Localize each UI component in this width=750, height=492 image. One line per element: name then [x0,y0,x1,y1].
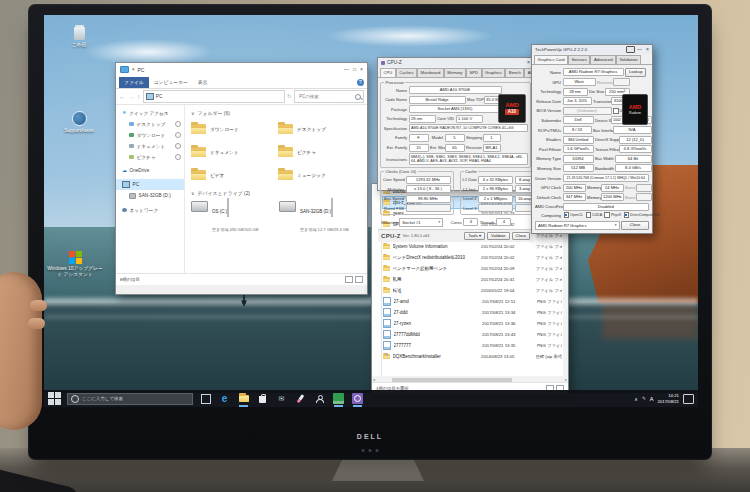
people-button[interactable] [313,392,326,406]
file-row[interactable]: 私用2017/02/24 20:41ファイル フォルダー [383,274,562,285]
tab-mainboard[interactable]: Mainboard [417,68,444,77]
folder-tile-videos[interactable]: ビデオ [191,165,274,185]
mail-button[interactable]: ✉ [275,392,288,406]
file-row[interactable]: DQXBenchmarkInstaller2014/08/23 13:05圧縮 … [383,351,562,362]
tools-button[interactable]: Tools ▾ [464,232,485,241]
tab-sensors[interactable]: Sensors [568,55,590,64]
tab-bench[interactable]: Bench [505,68,524,77]
socket-select[interactable]: Socket #1▾ [399,218,443,227]
close-icon[interactable]: × [646,45,649,54]
close-button[interactable]: Close [512,232,530,241]
show-hidden-icons[interactable]: ∧ [634,396,638,402]
sidebar-item-pictures[interactable]: ピクチャ [116,151,184,162]
view-thumbnails-icon[interactable] [355,276,363,283]
minimize-icon[interactable]: — [344,65,349,74]
tab-cpu[interactable]: CPU [380,68,396,77]
desktop-icon-supportassist[interactable]: SupportAssist [50,111,108,134]
tab-computer[interactable]: コンピューター [149,77,193,88]
folder-tile-documents[interactable]: ドキュメント [191,142,274,162]
ime-indicator[interactable]: A [650,396,654,402]
system-tray: ∧ ✎ A 14:21 2017/08/21 [634,393,694,403]
minimize-icon[interactable]: — [637,45,642,54]
pen-tray-icon[interactable]: ✎ [642,396,646,401]
screenshot-camera-icon[interactable] [626,46,635,53]
folder-tile-downloads[interactable]: ダウンロード [191,119,274,139]
quick-access-toolbar-icon[interactable] [120,66,129,74]
file-explorer-button[interactable] [237,392,250,406]
sidebar-item-desktop[interactable]: デスクトップ [116,118,184,129]
desktop-icon-recycle-bin[interactable]: ごみ箱 [50,27,108,48]
maximize-icon[interactable]: □ [353,65,356,74]
gpu-select[interactable]: AMD Radeon R7 Graphics▾ [535,221,620,230]
lookup-button[interactable]: Lookup [625,68,646,77]
uefi-checkbox[interactable] [613,108,619,114]
cpuz-taskbar-button[interactable] [332,392,345,406]
up-icon[interactable]: ↑ [137,92,140,101]
drive-tile-c[interactable]: OS (C:) 空き領域 490 GB/505 GB [191,199,273,235]
desktop-icon-win10-upgrade[interactable]: Windows 10アップグレード アシスタント [46,251,104,277]
scrollbar-thumb[interactable] [392,378,512,382]
sidebar-item-quick-access[interactable]: ★ クイック アクセス [116,107,184,118]
file-row[interactable]: ベンチマーク起動用ベンチ2017/02/24 20:09ファイル フォルダー [383,263,562,274]
qat-dropdown-icon[interactable]: ▾ [132,67,135,72]
file-row[interactable]: 27777772017/08/21 13:35PNG ファイル [383,340,562,351]
file-row[interactable]: 27-ddd2017/08/21 13:34PNG ファイル [383,307,562,318]
sidebar-item-downloads[interactable]: ダウンロード [116,129,184,140]
tab-view[interactable]: 表示 [193,77,213,88]
folder-tile-desktop[interactable]: デスクトップ [278,119,361,139]
gpuz-taskbar-button[interactable] [351,392,364,406]
close-icon[interactable]: × [360,65,363,74]
folder-tile-pictures[interactable]: ピクチャ [278,142,361,162]
sidebar-item-documents[interactable]: ドキュメント [116,140,184,151]
help-icon[interactable]: ? [357,79,364,86]
recycle-bin-icon [74,27,85,40]
file-row[interactable]: 27777ddMdd2017/08/21 13:43PNG ファイル [383,329,562,340]
start-button[interactable] [48,392,61,405]
edge-button[interactable]: e [218,392,231,406]
forward-icon[interactable]: → [128,92,135,101]
close-icon[interactable]: × [527,58,530,67]
file-row[interactable]: ベンチDirectX redistributable版20102017/02/2… [383,252,562,263]
sidebar-item-network[interactable]: ネットワーク [116,204,184,215]
drive-tile-d[interactable]: SAN-32GB (D:) 空き領域 12.7 GB/29.4 GB [279,199,361,235]
file-row[interactable]: 転送2016/05/22 19:04ファイル フォルダー [383,285,562,296]
paint-button[interactable] [294,392,307,406]
physx-checkbox[interactable] [604,212,610,218]
tab-graphics-card[interactable]: Graphics Card [534,55,568,64]
breadcrumb[interactable]: PC [143,90,285,103]
sidebar-item-onedrive[interactable]: ☁ OneDrive [116,165,184,176]
validate-button[interactable]: Validate [487,232,510,241]
sidebar-item-usb-drive[interactable]: SAN-32GB (D:) [116,190,184,201]
explorer-titlebar[interactable]: ▾ PC — □ × [116,63,367,76]
tab-caches[interactable]: Caches [396,68,417,77]
taskbar: ここに入力して検索 e ✉ ∧ ✎ A 14:21 2017/08/21 [44,390,698,407]
section-header-devices[interactable]: ∨ デバイスとドライブ (2) [191,190,361,196]
view-list-icon[interactable] [345,276,353,283]
taskbar-clock[interactable]: 14:21 2017/08/21 [657,393,679,403]
back-icon[interactable]: ← [119,92,126,101]
action-center-icon[interactable] [683,394,694,404]
tab-memory[interactable]: Memory [444,68,466,77]
tab-spd[interactable]: SPD [466,68,482,77]
search-input[interactable] [297,93,354,100]
taskbar-search[interactable]: ここに入力して検索 [67,393,193,405]
refresh-icon[interactable]: ↻ [287,92,291,101]
file-row[interactable]: System Volume Information2017/02/24 20:0… [383,241,562,252]
sidebar-item-pc[interactable]: PC [116,179,184,190]
task-view-button[interactable] [199,392,212,406]
file-row[interactable]: 27-ryzen2017/08/21 13:36PNG ファイル [383,318,562,329]
folder-icon [191,170,206,180]
file-row[interactable]: 27-amd2017/08/21 12:51PNG ファイル [383,296,562,307]
section-header-folders[interactable]: ∨ フォルダー (6) [191,110,361,116]
cuda-checkbox[interactable] [586,212,592,218]
search-box[interactable] [294,90,364,103]
directcompute-checkbox[interactable] [624,212,630,218]
opencl-checkbox[interactable] [564,212,570,218]
tab-advanced[interactable]: Advanced [590,55,616,64]
tab-validation[interactable]: Validation [616,55,641,64]
tab-graphics[interactable]: Graphics [482,68,506,77]
folder-tile-music[interactable]: ミュージック [278,165,361,185]
close-button[interactable]: Close [621,221,649,230]
tab-file[interactable]: ファイル [119,77,149,88]
store-button[interactable] [256,392,269,406]
